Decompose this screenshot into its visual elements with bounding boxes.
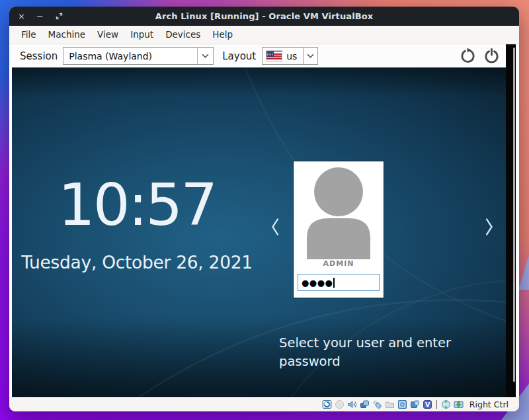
text-caret (333, 278, 335, 288)
us-flag-icon (266, 50, 282, 62)
wallpaper-wedge (518, 255, 529, 290)
menu-file[interactable]: File (15, 26, 42, 44)
menubar: File Machine View Input Devices Help (9, 26, 519, 44)
close-button[interactable]: × (18, 12, 25, 21)
restart-button[interactable] (460, 48, 476, 64)
recording-status-icon[interactable] (410, 399, 420, 409)
optical-drives-status-icon[interactable] (335, 399, 345, 409)
layout-select[interactable]: us (262, 47, 303, 65)
statusbar-separator (436, 400, 437, 409)
session-select-value: Plasma (Wayland) (63, 51, 197, 62)
network-status-icon[interactable] (360, 399, 370, 409)
vertical-scrollbar[interactable] (513, 48, 515, 382)
restart-icon (460, 48, 476, 64)
vm-display: 10:57 Tuesday, October 26, 2021 ADMIN ●●… (12, 67, 506, 397)
features-glyph: V (425, 401, 430, 408)
vm-features-status-icon[interactable]: V (423, 399, 432, 409)
minimize-button[interactable]: − (36, 12, 44, 21)
chevron-down-icon (307, 54, 314, 58)
menu-view[interactable]: View (91, 26, 124, 44)
window-title: Arch Linux [Running] - Oracle VM Virtual… (9, 11, 519, 21)
menu-help[interactable]: Help (206, 26, 239, 44)
usb-devices-status-icon[interactable] (372, 399, 382, 409)
user-avatar (294, 161, 384, 259)
display-status-icon[interactable] (397, 399, 407, 409)
session-label: Session (20, 50, 58, 62)
session-select[interactable]: Plasma (Wayland) (63, 47, 214, 65)
hard-disks-status-icon[interactable] (322, 399, 332, 409)
login-hint-text: Select your user and enter password (279, 334, 456, 370)
clock-date: Tuesday, October 26, 2021 (12, 252, 262, 273)
mouse-integration-status-icon[interactable] (441, 399, 451, 409)
virtualbox-window: × − Arch Linux [Running] - Oracle VM Vir… (9, 7, 519, 411)
layout-select-dropdown[interactable] (303, 47, 318, 65)
keyboard-status-icon[interactable] (454, 399, 464, 409)
titlebar[interactable]: × − Arch Linux [Running] - Oracle VM Vir… (9, 7, 519, 26)
audio-status-icon[interactable] (347, 399, 357, 409)
chevron-right-icon (484, 216, 495, 238)
menu-input[interactable]: Input (124, 26, 159, 44)
clock: 10:57 Tuesday, October 26, 2021 (12, 176, 262, 273)
session-bar: Session Plasma (Wayland) Layout us (9, 44, 506, 67)
restore-icon (55, 12, 63, 21)
previous-user-button[interactable] (270, 216, 280, 241)
power-icon (483, 48, 500, 64)
shared-folders-status-icon[interactable] (385, 399, 395, 409)
restore-button[interactable] (55, 12, 63, 21)
password-masked-value: ●●●● (302, 278, 333, 287)
host-key-label: Right Ctrl (469, 399, 509, 409)
username-label: ADMIN (294, 259, 384, 268)
user-card[interactable]: ADMIN ●●●● (293, 161, 384, 298)
next-user-button[interactable] (484, 216, 495, 241)
chevron-left-icon (270, 216, 280, 238)
chevron-down-icon[interactable] (197, 48, 213, 64)
power-button[interactable] (483, 48, 500, 64)
statusbar: V Right Ctrl (9, 397, 519, 411)
clock-time: 10:57 (12, 176, 262, 234)
menu-devices[interactable]: Devices (159, 26, 206, 44)
menu-machine[interactable]: Machine (42, 26, 92, 44)
layout-select-value: us (286, 51, 297, 62)
layout-label: Layout (222, 50, 256, 62)
password-input[interactable]: ●●●● (298, 274, 380, 291)
